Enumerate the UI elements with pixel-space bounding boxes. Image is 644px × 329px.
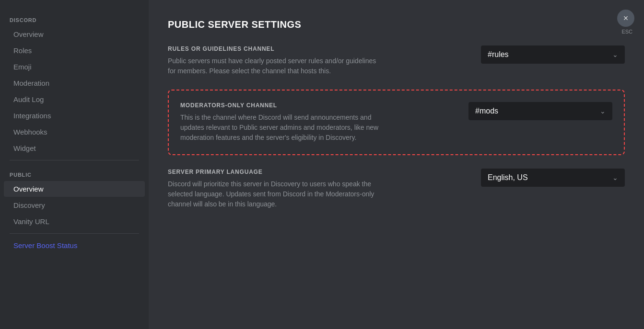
esc-label: ESC bbox=[621, 29, 632, 34]
server-language-text: SERVER PRIMARY LANGUAGE Discord will pri… bbox=[168, 169, 462, 209]
sidebar-item-widget[interactable]: Widget bbox=[4, 140, 145, 156]
rules-channel-description: Public servers must have clearly posted … bbox=[168, 56, 379, 76]
page-title: PUBLIC SERVER SETTINGS bbox=[168, 19, 625, 30]
sidebar-item-discovery[interactable]: Discovery bbox=[4, 197, 145, 213]
sidebar-item-label: Webhooks bbox=[13, 128, 47, 136]
moderators-channel-header: MODERATORS-ONLY CHANNEL This is the chan… bbox=[180, 102, 612, 143]
sidebar-item-integrations[interactable]: Integrations bbox=[4, 108, 145, 124]
server-language-value: English, US bbox=[488, 173, 528, 182]
sidebar-item-webhooks[interactable]: Webhooks bbox=[4, 124, 145, 140]
sidebar-item-vanity-url[interactable]: Vanity URL bbox=[4, 214, 145, 229]
rules-channel-header: RULES OR GUIDELINES CHANNEL Public serve… bbox=[168, 45, 625, 76]
sidebar-divider bbox=[10, 160, 139, 160]
moderators-channel-dropdown[interactable]: #mods ⌄ bbox=[468, 102, 612, 120]
sidebar-item-moderation[interactable]: Moderation bbox=[4, 75, 145, 91]
sidebar-item-server-boost[interactable]: Server Boost Status bbox=[4, 238, 145, 253]
sidebar-item-label: Overview bbox=[13, 185, 44, 193]
rules-channel-value: #rules bbox=[488, 50, 509, 59]
moderators-channel-text: MODERATORS-ONLY CHANNEL This is the chan… bbox=[180, 102, 449, 143]
sidebar-item-overview[interactable]: Overview bbox=[4, 26, 145, 42]
moderators-channel-title: MODERATORS-ONLY CHANNEL bbox=[180, 102, 449, 109]
sidebar-item-emoji[interactable]: Emoji bbox=[4, 59, 145, 75]
server-language-dropdown[interactable]: English, US ⌄ bbox=[481, 169, 625, 187]
sidebar: DISCORD Overview Roles Emoji Moderation … bbox=[0, 0, 149, 329]
moderators-channel-value: #mods bbox=[475, 107, 498, 115]
rules-channel-dropdown[interactable]: #rules ⌄ bbox=[481, 45, 625, 64]
server-language-description: Discord will prioritize this server in D… bbox=[168, 179, 379, 209]
sidebar-item-label: Server Boost Status bbox=[13, 241, 77, 250]
server-language-title: SERVER PRIMARY LANGUAGE bbox=[168, 169, 462, 175]
sidebar-item-roles[interactable]: Roles bbox=[4, 43, 145, 58]
chevron-down-icon: ⌄ bbox=[612, 51, 618, 58]
close-button[interactable]: × bbox=[617, 10, 634, 27]
moderators-channel-description: This is the channel where Discord will s… bbox=[180, 113, 391, 143]
sidebar-item-label: Vanity URL bbox=[13, 217, 49, 226]
sidebar-divider-2 bbox=[10, 233, 139, 234]
sidebar-item-label: Audit Log bbox=[13, 95, 44, 103]
sidebar-item-label: Moderation bbox=[13, 79, 49, 87]
chevron-down-icon: ⌄ bbox=[600, 107, 606, 115]
public-section-label: PUBLIC bbox=[0, 164, 149, 181]
sidebar-item-audit-log[interactable]: Audit Log bbox=[4, 91, 145, 107]
sidebar-item-label: Discovery bbox=[13, 201, 45, 209]
moderators-channel-section: MODERATORS-ONLY CHANNEL This is the chan… bbox=[168, 90, 625, 155]
server-language-section: SERVER PRIMARY LANGUAGE Discord will pri… bbox=[168, 169, 625, 209]
sidebar-item-label: Widget bbox=[13, 144, 36, 152]
sidebar-item-label: Integrations bbox=[13, 112, 51, 120]
server-language-header: SERVER PRIMARY LANGUAGE Discord will pri… bbox=[168, 169, 625, 209]
chevron-down-icon: ⌄ bbox=[612, 174, 618, 182]
sidebar-item-pub-overview[interactable]: Overview bbox=[4, 181, 145, 197]
rules-channel-section: RULES OR GUIDELINES CHANNEL Public serve… bbox=[168, 45, 625, 76]
discord-section-label: DISCORD bbox=[0, 10, 149, 26]
sidebar-item-label: Emoji bbox=[13, 63, 32, 71]
sidebar-item-label: Overview bbox=[13, 30, 44, 38]
main-content: × ESC PUBLIC SERVER SETTINGS RULES OR GU… bbox=[149, 0, 644, 329]
sidebar-item-label: Roles bbox=[13, 46, 32, 55]
rules-channel-title: RULES OR GUIDELINES CHANNEL bbox=[168, 45, 462, 52]
rules-channel-text: RULES OR GUIDELINES CHANNEL Public serve… bbox=[168, 45, 462, 76]
